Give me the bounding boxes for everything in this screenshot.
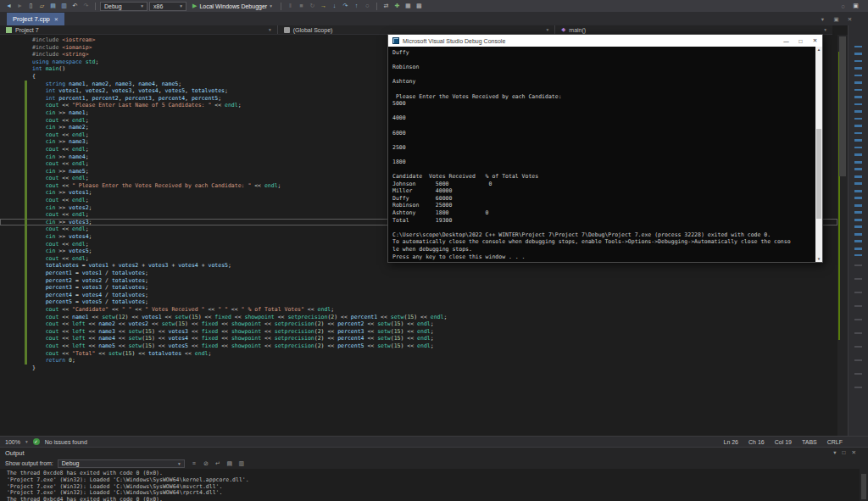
close-icon[interactable]: ✕ [54, 16, 58, 22]
line-indicator[interactable]: Ln 26 [724, 439, 739, 445]
step-out-icon[interactable]: ↑ [352, 3, 361, 9]
code-line[interactable]: cout << left << name2 << votes2 << setw(… [0, 320, 837, 328]
console-scrollbar-thumb[interactable] [816, 129, 821, 220]
scope-icon [284, 27, 290, 33]
zoom-level[interactable]: 100% [5, 439, 20, 445]
code-line[interactable]: cout << name1 << setw(12) << votes1 << s… [0, 314, 837, 321]
find-in-files-icon[interactable]: ◌ [363, 3, 372, 9]
search-icon[interactable]: ◌ [838, 3, 848, 9]
code-line[interactable]: cout << left << name4 << setw(15) << vot… [0, 335, 837, 342]
output-scrollbar[interactable] [860, 469, 868, 501]
step-over-icon[interactable]: ↷ [341, 3, 350, 9]
toolbar-far-right-icons: ◌▣ [838, 3, 864, 9]
tab-project7-cpp[interactable]: Project 7.cpp ✕ [7, 13, 64, 25]
tab-label: Project 7.cpp [13, 15, 50, 23]
issues-status[interactable]: No issues found [45, 439, 87, 445]
console-maximize-button[interactable]: □ [793, 35, 808, 47]
scope-dropdown[interactable]: (Global Scope) ▾ [278, 25, 556, 34]
goto-previous-message-icon[interactable]: ▤ [225, 460, 235, 467]
close-tab-group-icon[interactable]: ✕ [845, 16, 854, 23]
sync-with-active-document-icon[interactable]: ⇄ [381, 3, 391, 9]
code-line[interactable]: cout << left << name3 << setw(15) << vot… [0, 328, 837, 336]
toolbar-left-icons: ◄►▯▱▤▥↶↷ [4, 3, 91, 9]
debug-console-window: Microsoft Visual Studio Debug Console —□… [387, 34, 823, 263]
scrollbar-misc-marks [854, 264, 862, 392]
output-close-icon[interactable]: ✕ [852, 449, 856, 456]
member-dropdown[interactable]: ◆ main() ▾ [555, 25, 832, 34]
output-scrollbar-thumb[interactable] [861, 474, 866, 499]
code-line[interactable]: percent2 = votes2 / totalvotes; [0, 277, 837, 285]
output-caret-icon[interactable]: ▾ [833, 449, 836, 456]
console-icon [392, 37, 399, 44]
save-all-icon[interactable]: ▥ [59, 3, 69, 9]
platform-select[interactable]: x86 ▾ [149, 2, 186, 11]
code-line[interactable]: return 0; [0, 357, 837, 365]
clear-all-icon[interactable]: ⊘ [201, 460, 211, 467]
code-line[interactable]: percent3 = votes3 / totalvotes; [0, 284, 837, 292]
platform-label: x86 [153, 3, 163, 9]
local-windows-debugger-button[interactable]: ▶ Local Windows Debugger ▾ [188, 1, 276, 11]
code-line[interactable]: percent1 = votes1 / totalvotes; [0, 270, 837, 277]
new-file-icon[interactable]: ▯ [26, 3, 36, 9]
navigate-back-icon[interactable]: ◄ [4, 3, 14, 9]
step-into-icon[interactable]: ↓ [330, 3, 339, 9]
redo-icon[interactable]: ↷ [81, 3, 91, 9]
feedback-icon[interactable]: ▣ [851, 3, 860, 9]
scroll-down-icon[interactable]: ▼ [815, 257, 822, 261]
code-line[interactable]: cout << "Total" << setw(15) << totalvote… [0, 350, 837, 358]
messages-filter-icon[interactable]: ≡ [189, 460, 199, 467]
toolbar-separator [281, 3, 281, 10]
code-line[interactable]: } [0, 365, 837, 372]
code-line[interactable]: percent4 = votes4 / totalvotes; [0, 292, 837, 299]
char-indicator[interactable]: Ch 16 [748, 439, 765, 445]
restart-icon[interactable]: ↻ [308, 3, 317, 9]
chevron-down-icon: ▾ [270, 3, 272, 8]
document-tab-well: Project 7.cpp ✕ ▾▣✕ [0, 12, 868, 25]
undo-icon[interactable]: ↶ [70, 3, 80, 9]
member-name: main() [569, 27, 586, 33]
line-ending-indicator[interactable]: CRLF [827, 439, 843, 445]
stop-debugging-icon[interactable]: ■ [297, 3, 306, 9]
output-source-select[interactable]: Debug ▾ [58, 459, 185, 468]
add-item-icon[interactable]: ✚ [392, 3, 402, 9]
code-line[interactable]: cout << "Candidate" << " " << " Votes Re… [0, 306, 837, 314]
console-text[interactable]: Duffy Robinson Ashtony Please Enter the … [388, 47, 815, 262]
code-line[interactable]: totalvotes = votes1 + votes2 + votes3 + … [0, 262, 837, 270]
output-header-icons: ▾□✕ [833, 449, 863, 456]
output-panel-title[interactable]: Output [5, 449, 25, 457]
save-icon[interactable]: ▤ [48, 3, 58, 9]
extensions-icon[interactable]: ▩ [415, 3, 424, 9]
chevron-down-icon: ▾ [269, 27, 271, 32]
scope-name: (Global Scope) [293, 27, 333, 33]
pin-output-icon[interactable]: ▥ [236, 460, 247, 467]
properties-window-icon[interactable]: ▦ [403, 3, 413, 9]
column-indicator[interactable]: Col 19 [775, 439, 792, 445]
console-scrollbar[interactable]: ▲ ▼ [815, 47, 822, 262]
editor-status-bar: 100% ▾ ✓ No issues found Ln 26 Ch 16 Col… [0, 436, 868, 447]
split-window-icon[interactable]: ▣ [832, 16, 841, 23]
console-titlebar[interactable]: Microsoft Visual Studio Debug Console —□… [388, 35, 822, 47]
toolbar-separator [95, 3, 96, 10]
editor-scrollbar-thumb[interactable] [839, 36, 846, 176]
documents-dropdown-icon[interactable]: ▾ [818, 16, 827, 23]
editor-scrollbar[interactable] [837, 35, 848, 436]
indentation-indicator[interactable]: TABS [802, 439, 817, 445]
open-folder-icon[interactable]: ▱ [37, 3, 47, 9]
code-line[interactable]: percent5 = votes5 / totalvotes; [0, 298, 837, 306]
chevron-down-icon: ▾ [141, 3, 143, 8]
break-all-icon[interactable]: ‖ [286, 3, 295, 9]
debug-configuration-select[interactable]: Debug ▾ [100, 2, 147, 11]
project-icon [6, 27, 12, 33]
project-dropdown[interactable]: Project 7 ▾ [0, 25, 278, 34]
console-minimize-button[interactable]: — [779, 35, 793, 47]
console-window-buttons: —□✕ [779, 35, 822, 47]
show-next-statement-icon[interactable]: → [319, 3, 328, 9]
caret-position-group: Ln 26 Ch 16 Col 19 TABS CRLF [724, 439, 864, 445]
console-close-button[interactable]: ✕ [808, 35, 822, 47]
scroll-up-icon[interactable]: ▲ [815, 47, 822, 52]
navigate-forward-icon[interactable]: ► [15, 3, 25, 9]
output-panel-header: Output ▾□✕ [0, 448, 868, 458]
word-wrap-icon[interactable]: ↵ [213, 460, 223, 467]
code-line[interactable]: cout << left << name5 << setw(15) << vot… [0, 342, 837, 350]
output-maximize-icon[interactable]: □ [843, 449, 846, 456]
